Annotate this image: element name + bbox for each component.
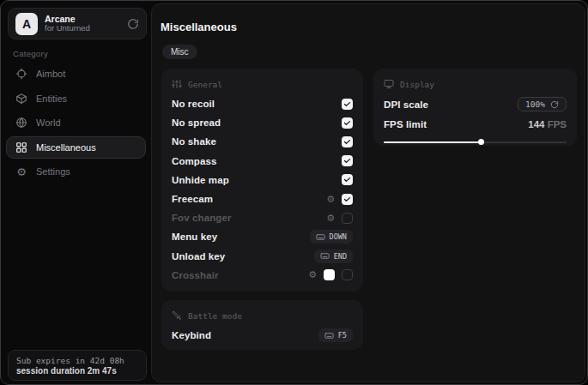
app-logo: A [15, 13, 38, 35]
keyboard-icon [320, 251, 330, 261]
slider-thumb[interactable] [478, 139, 484, 145]
sliders-icon [172, 79, 182, 89]
sword-icon [172, 310, 182, 321]
category-label: Category [13, 49, 48, 58]
general-header: General [172, 76, 353, 92]
sidebar-item-world[interactable]: World [6, 111, 146, 134]
fps-limit-row: FPS limit 144 FPS [384, 114, 567, 134]
crosshair-icon [15, 68, 27, 80]
color-swatch[interactable] [324, 269, 335, 280]
checkbox-no-spread[interactable] [342, 117, 353, 129]
subscription-info-card: Sub expires in 42d 08h session duration … [8, 350, 147, 381]
checkbox-unhide-map[interactable] [342, 174, 353, 185]
setting-row-no-shake: No shake [172, 132, 353, 151]
display-card: Display DPI scale 100% FPS limit 144 FPS [373, 69, 577, 146]
checkbox-no-recoil[interactable] [342, 99, 353, 110]
tab-misc[interactable]: Misc [162, 45, 197, 59]
setting-row-menu-key: Menu key DOWN [172, 227, 353, 246]
app-header-card: A Arcane for Unturned [8, 8, 147, 39]
gear-icon[interactable]: ⚙ [326, 214, 335, 223]
checkbox-crosshair[interactable] [342, 269, 353, 280]
sidebar-item-label: Miscellaneous [36, 142, 96, 153]
setting-row-unload-key: Unload key END [172, 247, 353, 266]
sidebar-item-settings[interactable]: ⚙ Settings [6, 160, 146, 183]
sidebar-item-entities[interactable]: Entities [6, 87, 146, 110]
session-duration-text: session duration 2m 47s [16, 366, 138, 376]
keybind-menu-key[interactable]: DOWN [310, 230, 353, 244]
main-panel: Miscellaneous Misc General No recoil No … [151, 3, 585, 382]
setting-row-no-recoil: No recoil [172, 94, 353, 113]
checkbox-freecam[interactable] [342, 194, 353, 205]
sidebar-item-aimbot[interactable]: Aimbot [6, 63, 146, 85]
gear-icon[interactable]: ⚙ [308, 270, 317, 280]
sidebar-item-label: Entities [36, 93, 67, 104]
grid-icon [15, 141, 27, 153]
checkbox-fov-changer[interactable] [342, 213, 353, 224]
keyboard-icon [324, 331, 334, 340]
keyboard-icon [316, 232, 325, 242]
setting-row-unhide-map: Unhide map [172, 171, 353, 189]
general-card: General No recoil No spread No shake Com… [161, 69, 363, 292]
sidebar-item-label: Settings [36, 166, 70, 177]
battle-mode-header: Battle mode [172, 308, 353, 323]
sidebar-item-label: Aimbot [36, 69, 65, 79]
page-title: Miscellaneous [161, 21, 237, 33]
category-nav: Aimbot Entities World Miscellaneous [6, 63, 146, 185]
display-header: Display [384, 76, 567, 92]
keybind-unload-key[interactable]: END [314, 250, 353, 263]
globe-icon [15, 117, 27, 129]
battle-mode-card: Battle mode Keybind F5 [161, 300, 363, 350]
sidebar-item-label: World [36, 117, 61, 128]
keybind-battle-mode[interactable]: F5 [318, 328, 353, 342]
sidebar: A Arcane for Unturned Category Aimbot En… [1, 1, 151, 384]
reset-icon [550, 100, 559, 109]
setting-row-crosshair: Crosshair ⚙ [172, 266, 353, 285]
slider-fill [384, 141, 481, 144]
setting-row-compass: Compass [172, 152, 353, 171]
gear-icon: ⚙ [15, 165, 27, 177]
monitor-icon [384, 79, 394, 89]
sidebar-item-miscellaneous[interactable]: Miscellaneous [6, 136, 146, 159]
dpi-value-badge[interactable]: 100% [518, 97, 567, 111]
setting-row-no-spread: No spread [172, 113, 353, 132]
dpi-scale-row: DPI scale 100% [384, 94, 567, 114]
gear-icon[interactable]: ⚙ [326, 195, 335, 204]
app-window: A Arcane for Unturned Category Aimbot En… [0, 0, 588, 385]
fps-limit-value: 144 FPS [528, 119, 567, 129]
setting-row-keybind: Keybind F5 [172, 326, 353, 345]
checkbox-no-shake[interactable] [342, 136, 353, 147]
checkbox-compass[interactable] [342, 155, 353, 166]
setting-row-freecam: Freecam ⚙ [172, 189, 353, 208]
app-subtitle: for Unturned [45, 24, 120, 33]
cube-icon [15, 93, 27, 105]
setting-row-fov-changer: Fov changer ⚙ [172, 208, 353, 227]
fps-limit-slider[interactable] [384, 139, 567, 145]
sub-expires-text: Sub expires in 42d 08h [16, 356, 138, 365]
sync-icon[interactable] [127, 18, 139, 30]
